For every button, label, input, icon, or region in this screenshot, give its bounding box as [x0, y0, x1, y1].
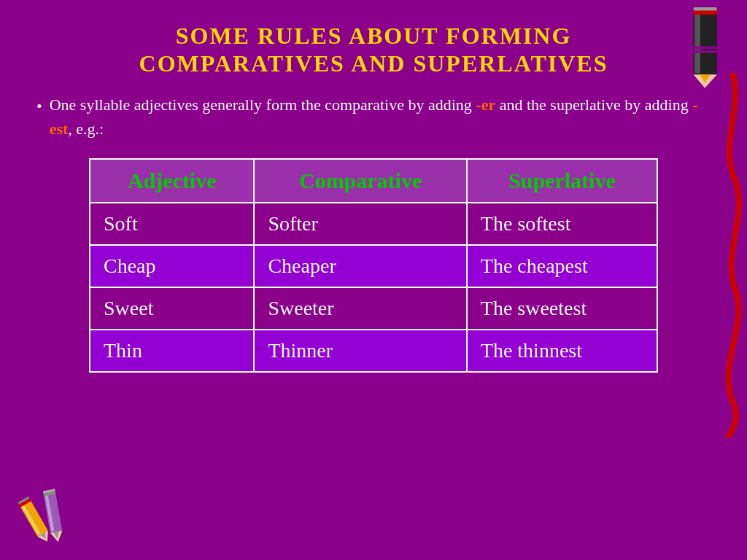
table-header-row: Adjective Comparative Superlative	[90, 159, 657, 203]
table-wrapper: Adjective Comparative Superlative SoftSo…	[89, 158, 658, 373]
table-cell-0-2: The softest	[467, 203, 657, 245]
bullet-dot: •	[36, 94, 42, 118]
comparatives-table: Adjective Comparative Superlative SoftSo…	[89, 158, 658, 373]
page-title: SOME RULES ABOUT FORMING COMPARATIVES AN…	[29, 22, 718, 78]
table-cell-2-2: The sweetest	[467, 287, 657, 330]
description-text: One syllable adjectives generally form t…	[50, 93, 718, 141]
table-row: CheapCheaperThe cheapest	[90, 245, 657, 287]
main-container: SOME RULES ABOUT FORMING COMPARATIVES AN…	[0, 0, 747, 560]
header-superlative: Superlative	[467, 159, 657, 203]
header-comparative: Comparative	[254, 159, 466, 203]
svg-rect-1	[694, 12, 700, 73]
table-cell-0-1: Softer	[254, 203, 466, 245]
table-cell-1-1: Cheaper	[254, 245, 466, 287]
svg-rect-5	[694, 7, 717, 11]
table-row: SweetSweeterThe sweetest	[90, 287, 657, 330]
table-cell-3-2: The thinnest	[467, 330, 657, 372]
svg-rect-7	[694, 50, 717, 53]
table-cell-3-0: Thin	[90, 330, 254, 372]
description-section: • One syllable adjectives generally form…	[29, 93, 718, 141]
er-highlight: -er	[476, 96, 495, 114]
squiggle-right-decoration	[703, 73, 747, 438]
header-adjective: Adjective	[90, 159, 254, 203]
table-cell-2-0: Sweet	[90, 287, 254, 330]
table-row: SoftSofterThe softest	[90, 203, 657, 245]
pencil-bottom-left-icon	[15, 480, 88, 553]
svg-rect-6	[694, 47, 717, 50]
table-cell-0-0: Soft	[90, 203, 254, 245]
table-cell-3-1: Thinner	[254, 330, 466, 372]
table-cell-1-0: Cheap	[90, 245, 254, 287]
table-cell-1-2: The cheapest	[467, 245, 657, 287]
table-cell-2-1: Sweeter	[254, 287, 466, 330]
table-row: ThinThinnerThe thinnest	[90, 330, 657, 372]
